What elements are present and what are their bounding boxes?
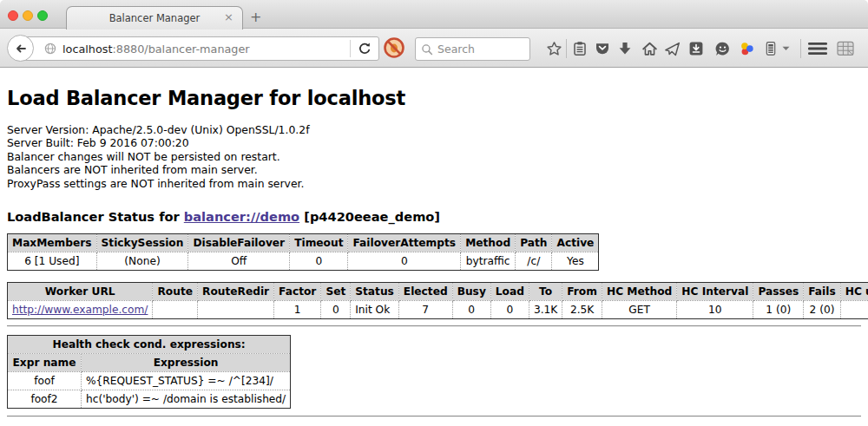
menu-hamburger-icon[interactable] bbox=[807, 40, 828, 57]
pocket-icon[interactable] bbox=[594, 40, 611, 57]
tab-groups-icon[interactable] bbox=[835, 40, 856, 57]
cell-expression: %{REQUEST_STATUS} =~ /^[234]/ bbox=[82, 372, 291, 390]
back-button[interactable] bbox=[7, 35, 34, 62]
cell-routeredir bbox=[198, 301, 274, 319]
col-failoverattempts: FailoverAttempts bbox=[348, 234, 461, 252]
col-busy: Busy bbox=[452, 283, 490, 301]
search-box[interactable] bbox=[415, 37, 530, 61]
cell-disablefailover: Off bbox=[188, 252, 290, 271]
col-active: Active bbox=[552, 234, 599, 252]
worker-url-link[interactable]: http://www.example.com/ bbox=[12, 304, 148, 316]
persist-note-line: Balancer changes will NOT be persisted o… bbox=[7, 150, 861, 163]
tab-title: Balancer Manager bbox=[109, 12, 201, 24]
close-window-button[interactable] bbox=[8, 10, 18, 21]
col-path: Path bbox=[516, 234, 552, 252]
toolbar-divider bbox=[800, 39, 801, 58]
device-battery-icon[interactable] bbox=[762, 40, 779, 57]
col-timeout: Timeout bbox=[290, 234, 348, 252]
search-icon bbox=[421, 43, 433, 56]
clipboard-icon[interactable] bbox=[571, 40, 589, 57]
download-icon[interactable] bbox=[616, 40, 634, 57]
tab-balancer-manager[interactable]: Balancer Manager × bbox=[66, 6, 243, 29]
col-hc-uri: HC uri bbox=[840, 283, 868, 301]
bookmark-star-icon[interactable] bbox=[545, 40, 562, 57]
cell-set: 0 bbox=[321, 301, 351, 319]
health-table-title: Health check cond. expressions: bbox=[8, 336, 291, 354]
cell-expr-name: foof bbox=[8, 372, 82, 390]
cell-busy: 0 bbox=[452, 301, 490, 319]
globe-icon bbox=[44, 43, 56, 55]
plugin-blocked-icon[interactable] bbox=[383, 36, 405, 59]
save-to-device-icon[interactable] bbox=[687, 40, 705, 57]
reload-button[interactable] bbox=[358, 42, 372, 56]
table-title-row: Health check cond. expressions: bbox=[8, 336, 291, 354]
inherit-note-line: Balancers are NOT inherited from main se… bbox=[7, 163, 861, 176]
table-header-row: Expr name Expression bbox=[8, 354, 291, 372]
cell-path: /c/ bbox=[516, 252, 552, 271]
health-check-table: Health check cond. expressions: Expr nam… bbox=[7, 335, 291, 409]
col-status: Status bbox=[351, 283, 399, 301]
col-stickysession: StickySession bbox=[96, 234, 188, 252]
minimize-window-button[interactable] bbox=[23, 10, 33, 21]
navigation-toolbar: localhost:8880/balancer-manager bbox=[0, 29, 868, 68]
zoom-window-button[interactable] bbox=[37, 10, 48, 21]
balancer-status-heading: LoadBalancer Status for balancer://demo … bbox=[7, 209, 861, 224]
tab-close-icon[interactable]: × bbox=[224, 11, 233, 23]
cell-expression: hc('body') =~ /domain is established/ bbox=[82, 390, 291, 409]
url-bar[interactable]: localhost:8880/balancer-manager bbox=[21, 36, 379, 61]
server-version-line: Server Version: Apache/2.5.0-dev (Unix) … bbox=[7, 123, 861, 136]
cell-expr-name: foof2 bbox=[8, 390, 82, 409]
heading-suffix: [p4420eeae_demo] bbox=[299, 209, 440, 224]
section-divider bbox=[7, 325, 861, 327]
table-row: foof %{REQUEST_STATUS} =~ /^[234]/ bbox=[8, 372, 291, 390]
table-header-row: MaxMembers StickySession DisableFailover… bbox=[8, 234, 599, 252]
col-to: To bbox=[529, 283, 562, 301]
proxypass-note-line: ProxyPass settings are NOT inherited fro… bbox=[7, 177, 861, 190]
cell-to: 3.1K bbox=[529, 301, 562, 319]
heading-prefix: LoadBalancer Status for bbox=[7, 209, 184, 224]
toolbar-divider bbox=[566, 39, 567, 58]
url-text: localhost:8880/balancer-manager bbox=[62, 43, 250, 56]
cell-failoverattempts: 0 bbox=[348, 252, 461, 271]
cell-timeout: 0 bbox=[290, 252, 348, 271]
cell-hc-uri bbox=[840, 301, 868, 319]
color-dots-icon[interactable] bbox=[738, 40, 755, 57]
table-row: foof2 hc('body') =~ /domain is establish… bbox=[8, 390, 291, 409]
col-method: Method bbox=[461, 234, 516, 252]
reload-icon bbox=[358, 42, 372, 56]
feedback-smiley-icon[interactable] bbox=[713, 40, 731, 57]
col-routeredir: RouteRedir bbox=[198, 283, 274, 301]
page-content: Load Balancer Manager for localhost Serv… bbox=[0, 69, 868, 426]
chevron-down-icon[interactable] bbox=[780, 40, 791, 57]
col-disablefailover: DisableFailover bbox=[188, 234, 290, 252]
col-expr-name: Expr name bbox=[8, 354, 82, 372]
cell-fails: 2 (0) bbox=[804, 301, 840, 319]
new-tab-button[interactable]: + bbox=[250, 10, 261, 24]
balancer-summary-table: MaxMembers StickySession DisableFailover… bbox=[7, 233, 599, 271]
urlbar-divider bbox=[350, 40, 351, 57]
cell-factor: 1 bbox=[274, 301, 321, 319]
cell-maxmembers: 6 [1 Used] bbox=[8, 252, 97, 271]
col-hc-interval: HC Interval bbox=[677, 283, 753, 301]
col-load: Load bbox=[490, 283, 529, 301]
col-from: From bbox=[562, 283, 602, 301]
col-factor: Factor bbox=[274, 283, 321, 301]
col-expression: Expression bbox=[82, 354, 291, 372]
server-built-line: Server Built: Feb 9 2016 07:00:20 bbox=[7, 136, 861, 149]
cell-elected: 7 bbox=[398, 301, 452, 319]
col-elected: Elected bbox=[398, 283, 452, 301]
cell-active: Yes bbox=[552, 252, 599, 271]
cell-load: 0 bbox=[490, 301, 529, 319]
col-set: Set bbox=[321, 283, 351, 301]
table-row: http://www.example.com/ 1 0 Init Ok 7 0 … bbox=[8, 301, 868, 319]
home-icon[interactable] bbox=[641, 40, 658, 57]
cell-method: bytraffic bbox=[461, 252, 516, 271]
worker-table: Worker URL Route RouteRedir Factor Set S… bbox=[7, 282, 868, 319]
search-input[interactable] bbox=[437, 43, 520, 56]
col-passes: Passes bbox=[753, 283, 804, 301]
send-page-icon[interactable] bbox=[663, 40, 681, 57]
balancer-demo-link[interactable]: balancer://demo bbox=[184, 209, 299, 224]
table-header-row: Worker URL Route RouteRedir Factor Set S… bbox=[8, 283, 868, 301]
cell-hc-interval: 10 bbox=[677, 301, 753, 319]
browser-window: Balancer Manager × + localhost:8880/bala… bbox=[0, 0, 868, 426]
